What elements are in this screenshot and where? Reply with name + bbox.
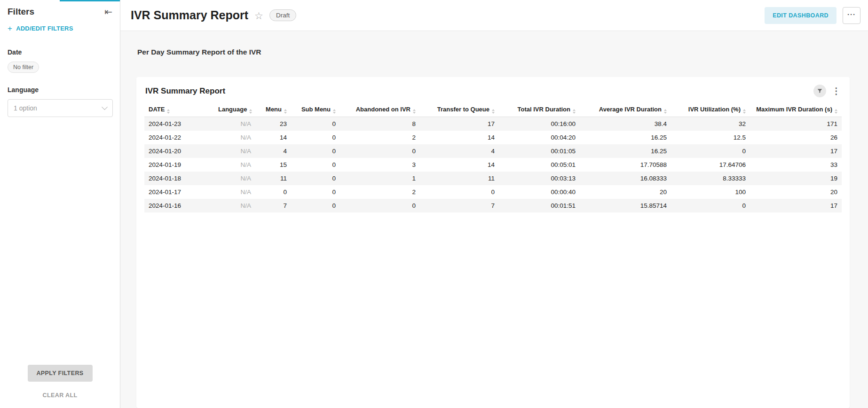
column-header[interactable]: Total IVR Duration	[499, 103, 580, 117]
favorite-star-icon[interactable]: ☆	[254, 10, 263, 22]
main-area: IVR Summary Report ☆ Draft EDIT DASHBOAR…	[120, 0, 868, 408]
chart-card-header: IVR Summary Report ⋮	[144, 84, 842, 103]
table-cell: 0	[340, 144, 420, 158]
column-header-label: IVR Utilization (%)	[688, 106, 741, 113]
column-header[interactable]: Transfer to Queue	[420, 103, 499, 117]
table-cell: 32	[671, 117, 750, 131]
table-cell: N/A	[214, 199, 255, 212]
table-cell: 4	[255, 144, 291, 158]
table-cell: 0	[291, 131, 340, 144]
table-row: 2024-01-17N/A002000:00:402010020	[144, 185, 842, 199]
funnel-icon	[817, 88, 823, 94]
language-select[interactable]: 1 option	[8, 99, 113, 117]
table-cell: 2024-01-19	[144, 158, 214, 172]
ivr-table: DATELanguageMenuSub MenuAbandoned on IVR…	[144, 103, 842, 212]
table-cell: 7	[255, 199, 291, 212]
table-cell: 00:00:40	[499, 185, 580, 199]
table-cell: 4	[420, 144, 499, 158]
chart-title: IVR Summary Report	[145, 86, 225, 96]
language-select-value: 1 option	[14, 104, 37, 112]
table-cell: N/A	[214, 172, 255, 185]
sort-icon	[835, 109, 837, 114]
table-cell: 0	[671, 199, 750, 212]
table-cell: 19	[750, 172, 842, 185]
status-badge: Draft	[269, 9, 296, 21]
table-cell: 2024-01-23	[144, 117, 214, 131]
table-cell: 1	[340, 172, 420, 185]
date-filter-group: Date No filter	[8, 48, 112, 73]
table-cell: 2	[340, 131, 420, 144]
add-edit-filters-label: ADD/EDIT FILTERS	[16, 25, 73, 32]
table-cell: 0	[420, 185, 499, 199]
sort-icon	[664, 109, 667, 114]
page-title: IVR Summary Report	[131, 8, 248, 22]
table-cell: N/A	[214, 158, 255, 172]
date-filter-label: Date	[8, 48, 112, 56]
filters-title: Filters	[8, 7, 34, 17]
collapse-sidebar-icon[interactable]: ⇤	[104, 7, 112, 16]
column-header-label: Total IVR Duration	[518, 106, 570, 113]
table-cell: 14	[420, 131, 499, 144]
table-cell: 00:05:01	[499, 158, 580, 172]
chevron-down-icon	[102, 104, 108, 110]
table-cell: 0	[255, 185, 291, 199]
sidebar-active-indicator	[60, 0, 120, 1]
table-cell: 38.4	[580, 117, 671, 131]
table-cell: 20	[580, 185, 671, 199]
table-cell: 11	[255, 172, 291, 185]
table-cell: 15	[255, 158, 291, 172]
dashboard-content: Per Day Summary Report of the IVR IVR Su…	[120, 31, 868, 408]
table-cell: 2024-01-18	[144, 172, 214, 185]
table-header-row: DATELanguageMenuSub MenuAbandoned on IVR…	[144, 103, 842, 117]
table-cell: 2	[340, 185, 420, 199]
column-header[interactable]: Sub Menu	[291, 103, 340, 117]
date-filter-chip[interactable]: No filter	[8, 62, 39, 73]
clear-all-button[interactable]: CLEAR ALL	[0, 392, 120, 399]
language-filter-label: Language	[8, 86, 112, 94]
column-header[interactable]: DATE	[144, 103, 214, 117]
column-header[interactable]: IVR Utilization (%)	[671, 103, 750, 117]
table-cell: 0	[340, 199, 420, 212]
table-cell: 0	[291, 185, 340, 199]
column-header[interactable]: Average IVR Duration	[580, 103, 671, 117]
filter-indicator-icon[interactable]	[813, 85, 826, 97]
table-cell: 17.70588	[580, 158, 671, 172]
sort-icon	[333, 109, 336, 114]
chart-card: IVR Summary Report ⋮ DATELanguageMenuSub…	[136, 77, 850, 408]
sort-icon	[573, 109, 576, 114]
edit-dashboard-button[interactable]: EDIT DASHBOARD	[765, 7, 836, 24]
sort-icon	[167, 109, 170, 114]
table-cell: 17	[420, 117, 499, 131]
sidebar-header: Filters ⇤	[8, 7, 112, 17]
table-cell: 15.85714	[580, 199, 671, 212]
column-header-label: Language	[218, 106, 247, 113]
column-header[interactable]: Language	[214, 103, 255, 117]
table-cell: 8	[340, 117, 420, 131]
add-edit-filters-button[interactable]: + ADD/EDIT FILTERS	[8, 24, 112, 32]
column-header[interactable]: Abandoned on IVR	[340, 103, 420, 117]
column-header[interactable]: Menu	[255, 103, 291, 117]
sort-icon	[743, 109, 746, 114]
column-header[interactable]: Maximum IVR Duration (s)	[750, 103, 842, 117]
table-cell: 16.25	[580, 131, 671, 144]
sort-icon	[249, 109, 252, 114]
table-cell: N/A	[214, 131, 255, 144]
sort-icon	[492, 109, 495, 114]
apply-filters-button[interactable]: APPLY FILTERS	[27, 365, 92, 382]
more-options-button[interactable]: ···	[843, 7, 860, 24]
table-cell: 2024-01-16	[144, 199, 214, 212]
table-cell: 17	[750, 199, 842, 212]
sort-icon	[413, 109, 416, 114]
table-cell: 16.25	[580, 144, 671, 158]
kebab-menu-icon[interactable]: ⋮	[832, 86, 841, 95]
column-header-label: Menu	[266, 106, 282, 113]
table-cell: 2024-01-22	[144, 131, 214, 144]
column-header-label: DATE	[149, 106, 165, 113]
dashboard-header: IVR Summary Report ☆ Draft EDIT DASHBOAR…	[120, 0, 868, 31]
table-row: 2024-01-20N/A400400:01:0516.25017	[144, 144, 842, 158]
table-cell: 0	[291, 158, 340, 172]
table-cell: 0	[291, 199, 340, 212]
table-cell: 12.5	[671, 131, 750, 144]
table-cell: 17	[750, 144, 842, 158]
table-cell: 16.08333	[580, 172, 671, 185]
